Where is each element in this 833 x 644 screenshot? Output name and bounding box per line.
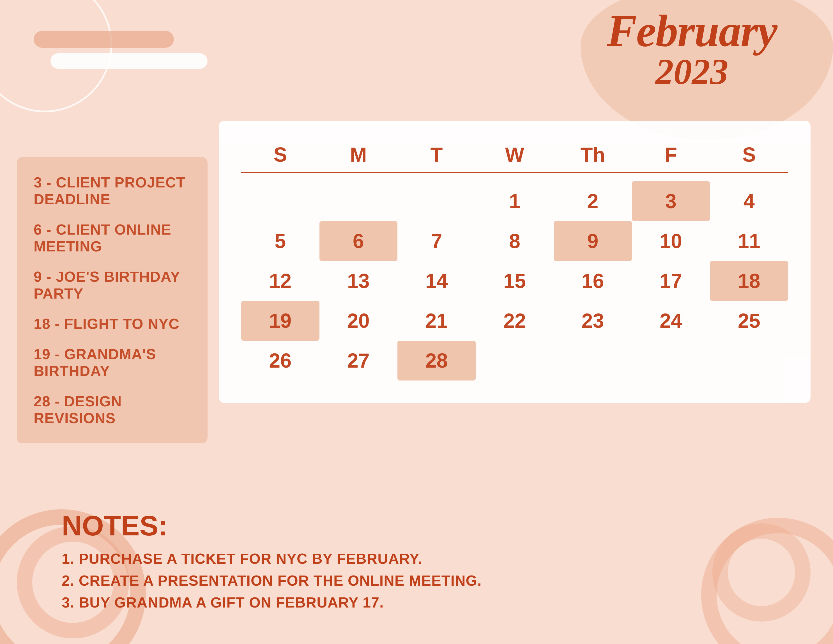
calendar-header-cell: S bbox=[241, 137, 320, 173]
calendar-day-cell: 4 bbox=[710, 181, 788, 221]
notes-list-item: 3. BUY GRANDMA A GIFT ON FEBRUARY 17. bbox=[62, 594, 810, 611]
event-item: 28 - DESIGN REVISIONS bbox=[34, 393, 191, 427]
calendar-day-cell bbox=[476, 341, 554, 380]
calendar-day-cell bbox=[241, 181, 320, 221]
deco-pill-top-2 bbox=[50, 53, 207, 69]
notes-list-item: 1. PURCHASE A TICKET FOR NYC BY FEBRUARY… bbox=[62, 550, 810, 567]
calendar-day-cell: 9 bbox=[554, 221, 632, 261]
calendar-day-cell bbox=[710, 341, 788, 380]
calendar-grid: 1234567891011121314151617181920212223242… bbox=[241, 181, 788, 380]
calendar-day-cell: 27 bbox=[320, 341, 398, 380]
calendar-day-cell: 12 bbox=[241, 261, 320, 301]
calendar-day-cell: 18 bbox=[710, 261, 788, 301]
calendar-wrapper: SMTWThFS 1234567891011121314151617181920… bbox=[219, 121, 810, 403]
event-item: 19 - GRANDMA'S BIRTHDAY bbox=[34, 346, 191, 379]
calendar-day-cell bbox=[397, 181, 476, 221]
calendar-day-cell: 2 bbox=[554, 181, 632, 221]
calendar-day-cell: 1 bbox=[476, 181, 554, 221]
event-item: 6 - CLIENT ONLINE MEETING bbox=[34, 221, 191, 255]
calendar-day-cell: 23 bbox=[554, 301, 632, 341]
calendar-day-cell: 19 bbox=[241, 301, 320, 341]
calendar-header-cell: T bbox=[397, 137, 476, 173]
calendar-day-cell: 17 bbox=[632, 261, 710, 301]
calendar-header-cell: W bbox=[476, 137, 554, 173]
title-month: February bbox=[607, 8, 777, 53]
events-box: 3 - CLIENT PROJECT DEADLINE6 - CLIENT ON… bbox=[17, 157, 207, 443]
calendar-header-cell: F bbox=[632, 137, 710, 173]
calendar-day-cell: 20 bbox=[320, 301, 398, 341]
calendar-day-cell: 21 bbox=[397, 301, 476, 341]
calendar-day-cell: 16 bbox=[554, 261, 632, 301]
calendar-day-cell: 15 bbox=[476, 261, 554, 301]
calendar-day-cell: 14 bbox=[397, 261, 476, 301]
calendar-day-cell: 22 bbox=[476, 301, 554, 341]
calendar-day-cell bbox=[554, 341, 632, 380]
calendar-day-cell bbox=[632, 341, 710, 380]
title-year: 2023 bbox=[607, 53, 777, 90]
calendar-day-cell: 8 bbox=[476, 221, 554, 261]
calendar-header: SMTWThFS bbox=[241, 137, 788, 173]
calendar-day-cell bbox=[320, 181, 398, 221]
notes-list: 1. PURCHASE A TICKET FOR NYC BY FEBRUARY… bbox=[62, 550, 810, 611]
calendar-day-cell: 7 bbox=[397, 221, 476, 261]
notes-title: NOTES: bbox=[62, 510, 810, 542]
title-area: February 2023 bbox=[607, 8, 777, 90]
calendar-header-cell: S bbox=[710, 137, 788, 173]
calendar-day-cell: 11 bbox=[710, 221, 788, 261]
calendar-day-cell: 6 bbox=[320, 221, 398, 261]
deco-pill-top-1 bbox=[34, 31, 174, 48]
calendar-day-cell: 13 bbox=[320, 261, 398, 301]
calendar-header-cell: M bbox=[320, 137, 398, 173]
event-item: 18 - FLIGHT TO NYC bbox=[34, 316, 191, 332]
notes-list-item: 2. CREATE A PRESENTATION FOR THE ONLINE … bbox=[62, 572, 810, 589]
calendar-day-cell: 25 bbox=[710, 301, 788, 341]
event-item: 9 - JOE'S BIRTHDAY PARTY bbox=[34, 268, 191, 302]
event-item: 3 - CLIENT PROJECT DEADLINE bbox=[34, 174, 191, 208]
calendar-day-cell: 24 bbox=[632, 301, 710, 341]
calendar-header-cell: Th bbox=[554, 137, 632, 173]
calendar-day-cell: 26 bbox=[241, 341, 320, 380]
calendar-day-cell: 10 bbox=[632, 221, 710, 261]
calendar-day-cell: 3 bbox=[632, 181, 710, 221]
calendar-day-cell: 28 bbox=[397, 341, 476, 380]
calendar-day-cell: 5 bbox=[241, 221, 320, 261]
notes-section: NOTES: 1. PURCHASE A TICKET FOR NYC BY F… bbox=[62, 510, 810, 616]
